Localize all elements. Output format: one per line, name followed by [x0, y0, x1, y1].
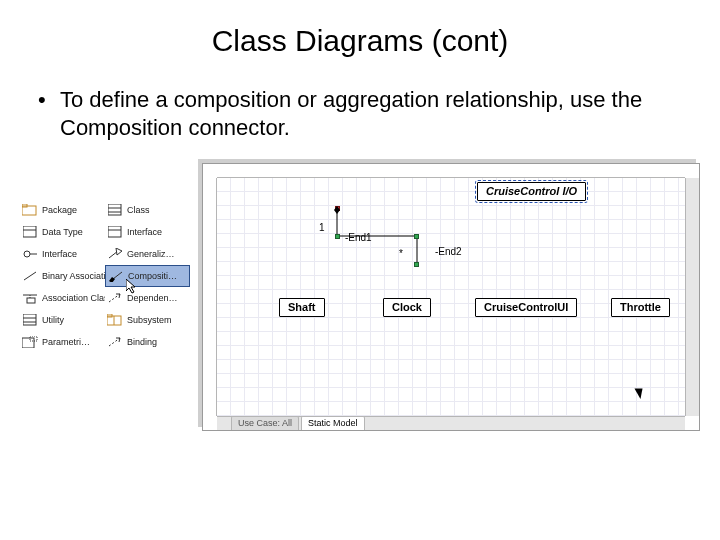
- interface-lollipop-icon: [22, 247, 38, 261]
- svg-line-29: [109, 338, 120, 346]
- palette-item-datatype[interactable]: Data Type: [20, 221, 105, 243]
- svg-marker-12: [116, 248, 122, 255]
- figure-row: Package Class Data Type Interfac: [0, 163, 720, 431]
- svg-line-20: [109, 294, 120, 302]
- palette-item-association-class[interactable]: Association Class: [20, 287, 105, 309]
- cursor-icon: [634, 385, 646, 399]
- palette-label: Binary Association: [42, 272, 105, 281]
- tab-static-model[interactable]: Static Model: [301, 416, 365, 430]
- palette-item-utility[interactable]: Utility: [20, 309, 105, 331]
- palette-label: Package: [42, 205, 77, 215]
- binding-icon: [107, 335, 123, 349]
- palette-label: Binding: [127, 337, 157, 347]
- palette-item-interface-lollipop[interactable]: Interface: [20, 243, 105, 265]
- svg-rect-21: [23, 314, 36, 325]
- svg-point-9: [24, 251, 30, 257]
- tab-usecase[interactable]: Use Case: All: [231, 416, 299, 430]
- svg-rect-7: [108, 226, 121, 237]
- parametric-class-icon: [22, 335, 38, 349]
- svg-rect-2: [108, 204, 121, 215]
- package-icon: [22, 203, 38, 217]
- palette-item-binding[interactable]: Binding: [105, 331, 190, 353]
- palette-item-package[interactable]: Package: [20, 199, 105, 221]
- class-icon: [107, 203, 123, 217]
- palette-item-parametric-class[interactable]: Parametri…: [20, 331, 105, 353]
- palette-label: Association Class: [42, 294, 105, 303]
- palette-item-composition[interactable]: Compositi…: [105, 265, 190, 287]
- palette-label: Utility: [42, 315, 64, 325]
- composition-connector[interactable]: [317, 206, 427, 268]
- palette-item-interface[interactable]: Interface: [105, 221, 190, 243]
- interface-icon: [107, 225, 123, 239]
- association-icon: [22, 269, 38, 283]
- palette-item-class[interactable]: Class: [105, 199, 190, 221]
- class-shaft[interactable]: Shaft: [279, 298, 325, 317]
- cursor-icon: [126, 279, 138, 295]
- class-throttle[interactable]: Throttle: [611, 298, 670, 317]
- role-end2: -End2: [435, 246, 462, 257]
- drawing-surface[interactable]: CruiseControl I/O 1 -End1 * -End2 Shaft …: [217, 178, 685, 416]
- palette-item-generalization[interactable]: Generaliz…: [105, 243, 190, 265]
- diagram-title-box[interactable]: CruiseControl I/O: [477, 182, 586, 201]
- class-clock[interactable]: Clock: [383, 298, 431, 317]
- palette-label: Data Type: [42, 227, 83, 237]
- sheet-tabs: Use Case: All Static Model: [231, 416, 365, 430]
- scrollbar-horizontal[interactable]: Use Case: All Static Model: [217, 416, 685, 430]
- palette-label: Class: [127, 205, 150, 215]
- svg-marker-16: [126, 279, 135, 293]
- diagram-canvas[interactable]: Use Case: All Static Model CruiseControl…: [202, 163, 700, 431]
- palette-item-binary-association[interactable]: Binary Association: [20, 265, 105, 287]
- scrollbar-vertical[interactable]: [685, 178, 699, 416]
- multiplicity-one: 1: [319, 222, 325, 233]
- datatype-icon: [22, 225, 38, 239]
- toolbox-palette: Package Class Data Type Interfac: [20, 199, 190, 353]
- connector-handle-mid1[interactable]: [335, 234, 340, 239]
- palette-label: Subsystem: [127, 315, 172, 325]
- palette-item-subsystem[interactable]: Subsystem: [105, 309, 190, 331]
- palette-label: Interface: [127, 227, 162, 237]
- svg-line-14: [113, 272, 122, 279]
- connector-handle-end[interactable]: [414, 262, 419, 267]
- slide-title: Class Diagrams (cont): [0, 24, 720, 58]
- multiplicity-star: *: [399, 248, 403, 259]
- connector-handle-mid2[interactable]: [414, 234, 419, 239]
- svg-rect-27: [22, 338, 34, 348]
- palette-item-dependency[interactable]: Dependen…: [105, 287, 190, 309]
- slide-bullet: To define a composition or aggregation r…: [60, 86, 680, 141]
- generalization-icon: [107, 247, 123, 261]
- association-class-icon: [22, 291, 38, 305]
- palette-label: Interface: [42, 249, 77, 259]
- svg-rect-18: [27, 298, 35, 303]
- subsystem-icon: [107, 313, 123, 327]
- role-end1: -End1: [345, 232, 372, 243]
- class-cruisecontrolui[interactable]: CruiseControlUI: [475, 298, 577, 317]
- utility-icon: [22, 313, 38, 327]
- svg-marker-31: [334, 206, 340, 214]
- palette-label: Parametri…: [42, 337, 90, 347]
- palette-label: Generaliz…: [127, 249, 175, 259]
- svg-rect-5: [23, 226, 36, 237]
- svg-line-13: [24, 272, 36, 280]
- composition-icon: [108, 269, 124, 283]
- dependency-icon: [107, 291, 123, 305]
